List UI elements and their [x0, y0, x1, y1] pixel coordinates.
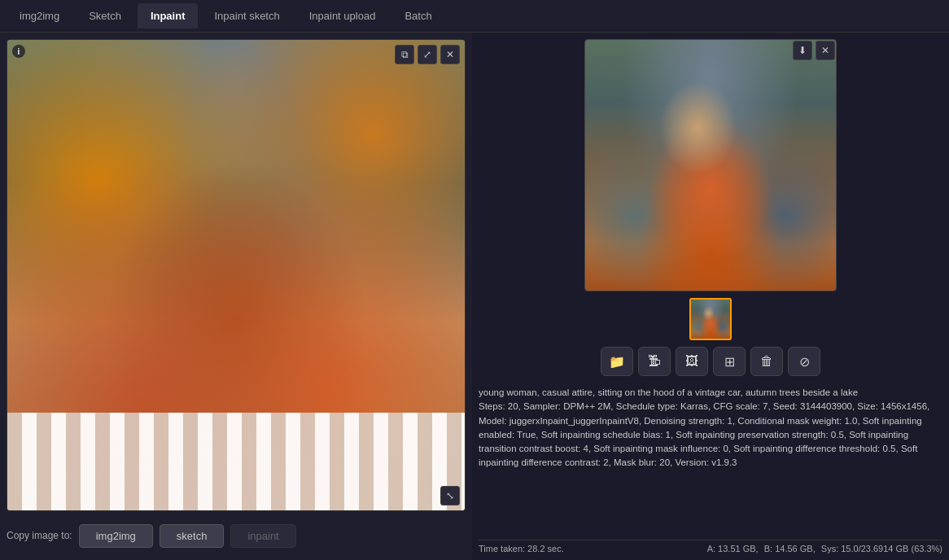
download-icon: ⬇ — [798, 45, 807, 56]
canvas-close-btn[interactable]: ✕ — [440, 45, 460, 64]
tab-inpaint[interactable]: Inpaint — [138, 3, 199, 28]
folder-icon: 📁 — [609, 354, 625, 370]
output-image-area: ⬇ ✕ — [584, 39, 837, 291]
canvas-expand-btn[interactable]: ⤡ — [440, 486, 460, 505]
time-taken: Time taken: 28.2 sec. — [479, 544, 564, 553]
image-icon: 🖼 — [685, 354, 698, 369]
action-icons-row: 📁 🗜 🖼 ⊞ 🗑 ⊘ — [479, 347, 942, 376]
thumbnail-strip — [479, 298, 942, 340]
expand-icon: ⤡ — [446, 490, 454, 501]
stat-b: B: 14.56 GB — [764, 544, 813, 553]
copy-to-inpaint-button: inpaint — [230, 524, 295, 548]
stat-a: A: 13.51 GB — [707, 544, 756, 553]
zoom-icon: ⤢ — [423, 49, 431, 60]
canvas-toolbar: ⧉ ⤢ ✕ — [395, 45, 460, 64]
canvas-info-badge: i — [12, 45, 25, 58]
action-gallery-btn[interactable]: ⊞ — [713, 347, 746, 376]
output-info-text: young woman, casual attire, sitting on t… — [479, 383, 942, 474]
close-icon: ✕ — [821, 45, 829, 56]
action-folder-btn[interactable]: 📁 — [601, 347, 633, 376]
tab-bar: img2img Sketch Inpaint Inpaint sketch In… — [0, 0, 949, 33]
close-icon: ✕ — [446, 49, 454, 60]
thumbnail-image — [691, 300, 730, 339]
output-image-container: ⬇ ✕ — [479, 39, 942, 291]
main-layout: i ⧉ ⤢ ✕ ⤡ Copy image to: img2 — [0, 33, 949, 560]
zip-icon: 🗜 — [648, 354, 661, 369]
copy-to-sketch-button[interactable]: sketch — [160, 524, 225, 548]
no-icon: ⊘ — [799, 354, 810, 370]
action-no-btn[interactable]: ⊘ — [788, 347, 820, 376]
output-close-btn[interactable]: ✕ — [816, 41, 835, 60]
action-zip-btn[interactable]: 🗜 — [638, 347, 671, 376]
tab-img2img[interactable]: img2img — [7, 3, 72, 28]
trash-icon: 🗑 — [760, 354, 773, 369]
stats-bar: Time taken: 28.2 sec. A: 13.51 GB, B: 14… — [479, 540, 942, 553]
gallery-icon: ⊞ — [724, 354, 735, 370]
output-download-btn[interactable]: ⬇ — [793, 41, 812, 60]
right-panel: ⬇ ✕ 📁 🗜 🖼 — [472, 33, 949, 560]
copy-icon: ⧉ — [401, 49, 409, 60]
stats-right: A: 13.51 GB, B: 14.56 GB, Sys: 15.0/23.6… — [704, 544, 942, 553]
stat-sys: Sys: 15.0/23.6914 GB (63.3%) — [821, 544, 942, 553]
output-corner-icons: ⬇ ✕ — [793, 41, 835, 60]
tab-inpaint-upload[interactable]: Inpaint upload — [296, 3, 389, 28]
canvas-copy-btn[interactable]: ⧉ — [395, 45, 414, 64]
thumbnail-item[interactable] — [689, 298, 732, 340]
action-image-btn[interactable]: 🖼 — [676, 347, 708, 376]
tab-sketch[interactable]: Sketch — [76, 3, 134, 28]
left-panel: i ⧉ ⤢ ✕ ⤡ Copy image to: img2 — [0, 33, 472, 560]
action-trash-btn[interactable]: 🗑 — [750, 347, 783, 376]
copy-label: Copy image to: — [7, 530, 72, 541]
output-image — [584, 39, 837, 291]
tab-batch[interactable]: Batch — [391, 3, 444, 28]
inpaint-canvas[interactable]: i ⧉ ⤢ ✕ ⤡ — [7, 39, 466, 511]
canvas-zoom-btn[interactable]: ⤢ — [418, 45, 437, 64]
copy-to-img2img-button[interactable]: img2img — [79, 524, 153, 548]
tab-inpaint-sketch[interactable]: Inpaint sketch — [201, 3, 292, 28]
inpaint-mask-overlay — [7, 413, 465, 510]
copy-bar: Copy image to: img2img sketch inpaint — [7, 518, 466, 553]
